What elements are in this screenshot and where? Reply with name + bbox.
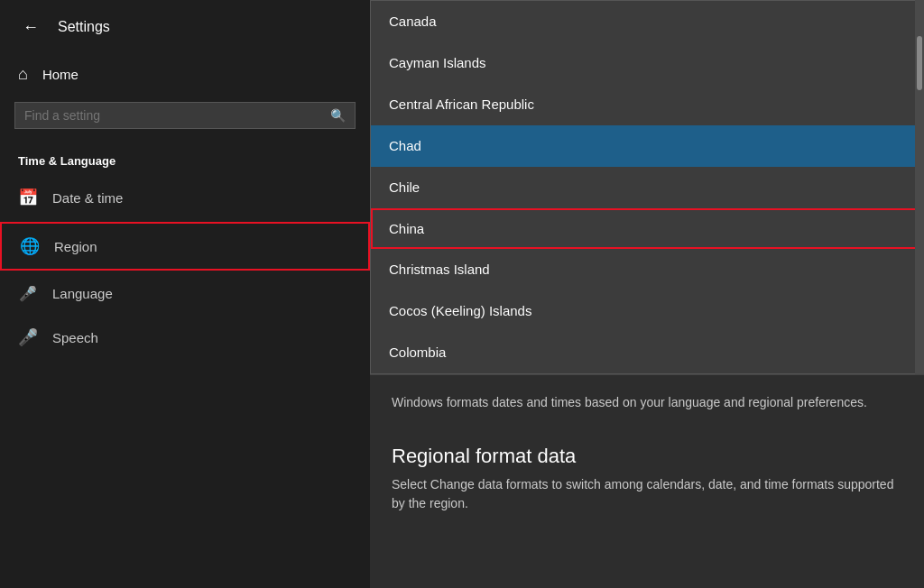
sidebar-header: ← Settings	[0, 0, 370, 54]
language-label: Language	[52, 286, 113, 301]
region-icon: 🌐	[20, 236, 40, 256]
region-label: Region	[54, 239, 97, 254]
home-icon: ⌂	[18, 65, 28, 84]
regional-format-heading: Regional format data	[370, 430, 924, 475]
dropdown-item-cayman-islands[interactable]: Cayman Islands	[371, 42, 923, 84]
dropdown-item-christmas-island[interactable]: Christmas Island	[371, 249, 923, 290]
dropdown-item-chad[interactable]: Chad	[371, 125, 923, 167]
sidebar-title: Settings	[58, 19, 110, 35]
dropdown-list: Canada Cayman Islands Central African Re…	[370, 0, 924, 374]
dropdown-item-cocos-islands[interactable]: Cocos (Keeling) Islands	[371, 290, 923, 332]
dropdown-item-chile[interactable]: Chile	[371, 167, 923, 208]
speech-label: Speech	[52, 330, 98, 345]
search-input[interactable]	[24, 108, 323, 123]
search-box[interactable]: 🔍	[14, 102, 356, 129]
regional-format-description: Select Change data formats to switch amo…	[370, 475, 924, 531]
region-description: Windows formats dates and times based on…	[370, 374, 924, 430]
sidebar-item-date-time[interactable]: 📅 Date & time	[0, 175, 370, 220]
search-icon: 🔍	[330, 108, 346, 123]
date-time-label: Date & time	[52, 190, 123, 206]
dropdown-item-canada[interactable]: Canada	[371, 1, 923, 42]
scrollbar-thumb[interactable]	[917, 36, 922, 90]
date-time-icon: 📅	[18, 188, 38, 207]
sidebar-item-region[interactable]: 🌐 Region	[0, 222, 370, 271]
language-icon: 🎤	[18, 285, 38, 302]
main-content: Canada Cayman Islands Central African Re…	[370, 0, 924, 588]
speech-icon: 🎤	[18, 327, 38, 347]
home-label: Home	[42, 67, 79, 82]
home-nav-item[interactable]: ⌂ Home	[0, 54, 370, 95]
section-label: Time & Language	[0, 143, 370, 175]
sidebar-item-language[interactable]: 🎤 Language	[0, 272, 370, 315]
country-dropdown[interactable]: Canada Cayman Islands Central African Re…	[370, 0, 924, 374]
sidebar: ← Settings ⌂ Home 🔍 Time & Language 📅 Da…	[0, 0, 370, 588]
dropdown-item-central-african-republic[interactable]: Central African Republic	[371, 84, 923, 125]
sidebar-item-speech[interactable]: 🎤 Speech	[0, 315, 370, 360]
back-button[interactable]: ←	[18, 14, 43, 40]
scrollbar-track[interactable]	[915, 0, 924, 374]
dropdown-item-colombia[interactable]: Colombia	[371, 332, 923, 373]
dropdown-item-china[interactable]: China	[371, 208, 923, 249]
